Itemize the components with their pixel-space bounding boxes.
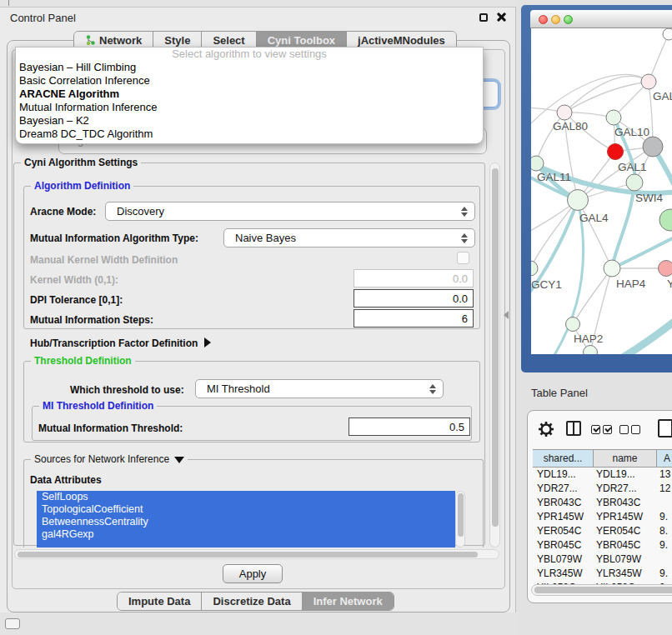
network-node[interactable] bbox=[531, 156, 544, 171]
table-row[interactable]: YBL079WYBL079W bbox=[533, 552, 672, 567]
table-cell[interactable]: 8. bbox=[657, 524, 672, 538]
table-row[interactable]: YDL19...YDL19...13 bbox=[533, 468, 672, 482]
table-cell[interactable]: 9. bbox=[657, 510, 672, 524]
table-row[interactable]: YLR345WYLR345W9. bbox=[533, 567, 672, 581]
network-node[interactable] bbox=[606, 110, 621, 125]
table-cell[interactable]: YER054C bbox=[594, 524, 657, 538]
attributes-scrollbar[interactable] bbox=[455, 491, 465, 548]
data-attribute-item[interactable]: SelfLoops bbox=[37, 491, 455, 503]
algorithm-option[interactable]: Mutual Information Inference bbox=[16, 101, 483, 114]
mi-type-combo[interactable]: Naive Bayes bbox=[223, 228, 475, 248]
minimized-panel-icon[interactable] bbox=[5, 618, 20, 629]
aracne-mode-label: Aracne Mode: bbox=[30, 206, 96, 218]
network-node[interactable] bbox=[584, 346, 598, 355]
network-node[interactable] bbox=[568, 190, 589, 211]
zoom-traffic-light-icon[interactable] bbox=[564, 15, 573, 24]
kernel-width-field[interactable]: 0.0 bbox=[354, 269, 474, 288]
table-cell[interactable]: 9. bbox=[657, 538, 672, 552]
table-cell[interactable]: 13 bbox=[657, 468, 672, 482]
algorithm-option[interactable]: Basic Correlation Inference bbox=[16, 74, 483, 88]
tab-impute-data[interactable]: Impute Data bbox=[118, 592, 201, 610]
sources-group-title[interactable]: Sources for Network Inference bbox=[31, 453, 188, 465]
settings-vertical-scrollbar-thumb[interactable] bbox=[492, 168, 499, 527]
attributes-scrollbar-thumb[interactable] bbox=[458, 493, 464, 537]
manual-kernel-checkbox[interactable] bbox=[457, 252, 469, 264]
table-cell[interactable]: YPR145W bbox=[594, 510, 657, 524]
algorithm-option[interactable]: Dream8 DC_TDC Algorithm bbox=[16, 128, 483, 141]
table-cell[interactable]: YDL19... bbox=[594, 468, 657, 482]
tab-infer-network[interactable]: Infer Network bbox=[302, 592, 394, 610]
table-cell[interactable]: 12 bbox=[657, 482, 672, 496]
settings-vertical-scrollbar[interactable] bbox=[489, 162, 500, 548]
mi-steps-field[interactable]: 6 bbox=[354, 309, 474, 328]
table-cell[interactable]: YBR043C bbox=[594, 496, 657, 510]
network-window-titlebar[interactable] bbox=[530, 10, 672, 28]
table-cell[interactable]: YBR045C bbox=[594, 538, 657, 552]
hub-definition-toggle[interactable]: Hub/Transcription Factor Definition bbox=[30, 338, 211, 349]
table-cell[interactable]: 9. bbox=[657, 567, 672, 581]
table-row[interactable]: YER054CYER054C8. bbox=[533, 524, 672, 538]
which-threshold-combo[interactable]: MI Threshold bbox=[195, 379, 444, 398]
network-node[interactable] bbox=[663, 28, 672, 40]
algorithm-option[interactable]: ARACNE Algorithm bbox=[16, 88, 483, 101]
tab-discretize-data[interactable]: Discretize Data bbox=[201, 592, 301, 610]
algorithm-option[interactable]: Bayesian – K2 bbox=[16, 114, 483, 128]
gear-icon[interactable] bbox=[538, 421, 554, 438]
export-table-icon[interactable] bbox=[658, 419, 672, 438]
table-cell[interactable] bbox=[657, 552, 672, 567]
table-row[interactable]: YPR145WYPR145W9. bbox=[533, 510, 672, 524]
network-node[interactable] bbox=[659, 261, 672, 277]
table-cell[interactable]: YBR043C bbox=[533, 496, 594, 510]
close-icon[interactable] bbox=[495, 12, 506, 22]
table-cell[interactable]: YDR27... bbox=[594, 482, 657, 496]
deselect-all-checkbox-icon[interactable] bbox=[619, 425, 629, 434]
network-node[interactable] bbox=[641, 74, 656, 89]
table-cell[interactable]: YER054C bbox=[533, 524, 594, 538]
show-columns-icon[interactable] bbox=[566, 421, 581, 436]
table-cell[interactable]: YBL079W bbox=[594, 552, 657, 567]
table-cell[interactable]: YDR27... bbox=[533, 482, 594, 496]
table-horizontal-scrollbar-thumb[interactable] bbox=[534, 587, 672, 593]
settings-horizontal-scrollbar-thumb[interactable] bbox=[18, 552, 478, 558]
table-cell[interactable]: YLR345W bbox=[533, 567, 594, 581]
select-all-checkbox-icon[interactable] bbox=[591, 425, 600, 434]
column-header-name[interactable]: name bbox=[594, 450, 657, 467]
dpi-tolerance-field[interactable]: 0.0 bbox=[354, 289, 474, 308]
column-header-partial[interactable]: A bbox=[657, 450, 672, 467]
settings-horizontal-scrollbar[interactable] bbox=[14, 549, 499, 559]
network-node[interactable] bbox=[608, 144, 624, 160]
network-node[interactable] bbox=[566, 318, 580, 332]
column-header-shared-name[interactable]: shared... bbox=[533, 450, 594, 467]
table-row[interactable]: YBR045CYBR045C9. bbox=[533, 538, 672, 552]
network-node[interactable] bbox=[557, 105, 572, 120]
data-attribute-item[interactable]: BetweennessCentrality bbox=[37, 516, 455, 528]
panel-resize-handle-icon[interactable] bbox=[504, 311, 509, 319]
network-node[interactable] bbox=[626, 174, 643, 191]
algorithm-option[interactable]: Bayesian – Hill Climbing bbox=[16, 61, 483, 74]
table-horizontal-scrollbar[interactable] bbox=[531, 584, 672, 596]
aracne-mode-combo[interactable]: Discovery bbox=[105, 202, 475, 221]
close-traffic-light-icon[interactable] bbox=[539, 15, 548, 24]
data-attribute-item[interactable]: gal4RGexp bbox=[37, 528, 455, 541]
select-all-checkbox-icon[interactable] bbox=[603, 425, 612, 434]
apply-button[interactable]: Apply bbox=[223, 564, 283, 583]
network-node[interactable] bbox=[531, 261, 538, 276]
table-cell[interactable]: YBR045C bbox=[533, 538, 594, 552]
table-cell[interactable]: YPR145W bbox=[533, 510, 594, 524]
mi-threshold-field[interactable]: 0.5 bbox=[349, 418, 470, 436]
table-row[interactable]: YDR27...YDR27...12 bbox=[533, 482, 672, 496]
data-attribute-item[interactable] bbox=[37, 541, 455, 548]
table-cell[interactable] bbox=[657, 496, 672, 510]
data-attribute-item[interactable]: TopologicalCoefficient bbox=[37, 503, 455, 516]
network-node[interactable] bbox=[659, 209, 672, 231]
float-window-icon[interactable] bbox=[479, 13, 488, 22]
minimize-traffic-light-icon[interactable] bbox=[551, 15, 560, 24]
table-cell[interactable]: YDL19... bbox=[533, 468, 594, 482]
table-row[interactable]: YBR043CYBR043C bbox=[533, 496, 672, 510]
network-node[interactable] bbox=[643, 137, 663, 157]
network-node[interactable] bbox=[604, 260, 620, 277]
network-canvas[interactable]: GALGAL80GAL10GAL1GAL11SWI4GAL4GCY1HAP4YH… bbox=[531, 28, 672, 354]
table-cell[interactable]: YLR345W bbox=[594, 567, 657, 581]
table-cell[interactable]: YBL079W bbox=[533, 552, 594, 567]
deselect-all-checkbox-icon[interactable] bbox=[631, 425, 640, 434]
